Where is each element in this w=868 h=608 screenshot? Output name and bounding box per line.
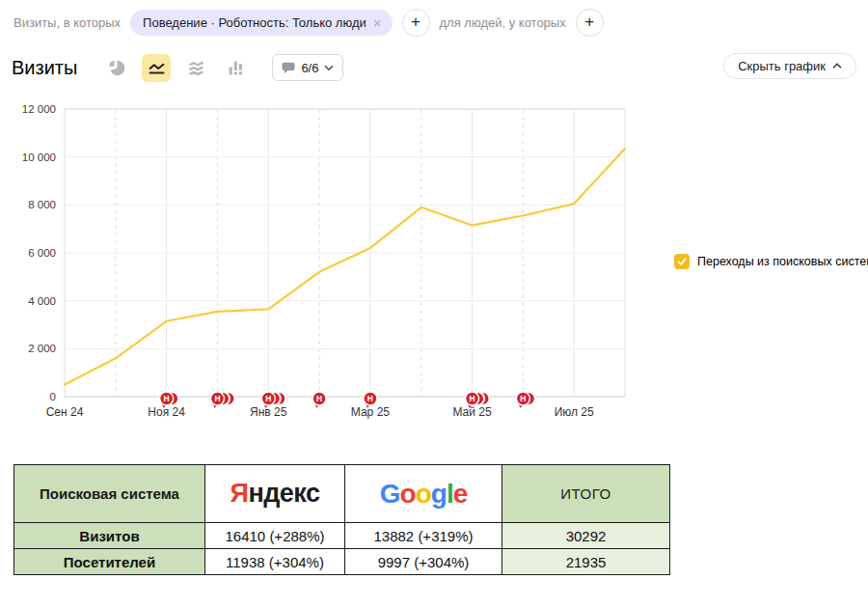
visitors-yandex: 11938 (+304%) [205, 549, 345, 575]
y-tick-label: 0 [50, 391, 56, 402]
note-letter: Н [520, 394, 526, 403]
legend-label: Переходы из поисковых систем [697, 255, 868, 268]
visitors-total: 21935 [502, 549, 670, 575]
page-title: Визиты [12, 57, 77, 79]
note-letter: Н [367, 394, 373, 403]
note-letter: Н [469, 394, 475, 403]
x-tick-label: Мар 25 [351, 405, 390, 419]
pie-chart-icon [109, 60, 125, 76]
notes-count: 6/6 [301, 61, 318, 75]
visitors-google: 9997 (+304%) [345, 549, 502, 575]
column-chart-icon [228, 60, 244, 76]
header-yandex: Яндекс [205, 465, 345, 523]
x-tick-label: Сен 24 [46, 405, 84, 419]
series-line-search-traffic[interactable] [65, 149, 625, 385]
y-tick-label: 6 000 [28, 247, 56, 259]
visits-yandex: 16410 (+288%) [205, 523, 345, 549]
row-label-visits: Визитов [14, 523, 205, 549]
hide-chart-button[interactable]: Скрыть график [723, 53, 856, 79]
chevron-down-icon [324, 65, 334, 71]
chart-type-line-button[interactable] [142, 54, 171, 82]
chart-toolbar: Визиты 6/6 [12, 52, 343, 83]
visits-total: 30292 [502, 523, 670, 549]
notes-dropdown-button[interactable]: 6/6 [272, 54, 343, 81]
note-marker[interactable]: Н [210, 392, 234, 408]
add-visit-filter-button[interactable]: + [402, 9, 430, 37]
note-letter: Н [265, 394, 271, 403]
x-tick-label: Ноя 24 [148, 405, 185, 419]
note-marker[interactable]: Н [466, 392, 490, 408]
visits-chart[interactable]: 02 0004 0006 0008 00010 00012 000Сен 24Н… [0, 101, 656, 434]
search-engines-table: Поисковая система Яндекс Google ИТОГО Ви… [14, 464, 670, 575]
note-marker[interactable]: Н [261, 392, 285, 408]
chart-type-columns-button[interactable] [221, 54, 250, 82]
note-marker[interactable]: Н [516, 392, 535, 408]
table-row-visits: Визитов 16410 (+288%) 13882 (+319%) 3029… [14, 523, 670, 549]
chart-type-pie-button[interactable] [102, 54, 131, 82]
visits-google: 13882 (+319%) [345, 523, 502, 549]
header-search-engine: Поисковая система [14, 465, 205, 523]
y-tick-label: 8 000 [28, 199, 56, 210]
y-tick-label: 12 000 [22, 103, 56, 115]
y-tick-label: 4 000 [28, 295, 56, 307]
filter-chip-label: Поведение · Роботность: Только люди [143, 15, 366, 30]
row-label-visitors: Посетителей [14, 549, 205, 575]
x-tick-label: Май 25 [452, 405, 492, 419]
filter-chip-robotness[interactable]: Поведение · Роботность: Только люди × [130, 10, 392, 36]
chevron-up-icon [832, 63, 842, 69]
google-logo: Google [380, 479, 467, 509]
note-letter: Н [316, 394, 322, 403]
header-total: ИТОГО [502, 465, 670, 523]
table-header-row: Поисковая система Яндекс Google ИТОГО [14, 465, 670, 523]
line-chart-icon [149, 60, 165, 76]
filter-prefix-label: Визиты, в которых [14, 15, 121, 30]
stacked-chart-icon [188, 60, 204, 76]
filter-bar: Визиты, в которых Поведение · Роботность… [14, 8, 604, 37]
y-tick-label: 10 000 [22, 152, 56, 163]
legend-item-search-traffic[interactable]: Переходы из поисковых систем [674, 254, 868, 269]
comment-bubble-icon [282, 62, 295, 74]
note-letter: Н [164, 394, 170, 403]
legend-checkbox[interactable] [674, 254, 690, 269]
filter-suffix-label: для людей, у которых [440, 15, 566, 30]
add-people-filter-button[interactable]: + [576, 9, 604, 37]
hide-chart-label: Скрыть график [738, 59, 826, 73]
checkmark-icon [676, 256, 688, 267]
x-tick-label: Янв 25 [250, 405, 287, 419]
note-letter: Н [214, 394, 220, 403]
x-tick-label: Июл 25 [555, 405, 594, 419]
chip-close-icon[interactable]: × [373, 15, 382, 30]
note-marker[interactable]: Н [312, 392, 326, 408]
yandex-logo: Яндекс [230, 479, 319, 508]
visits-chart-svg[interactable]: 02 0004 0006 0008 00010 00012 000Сен 24Н… [0, 101, 656, 434]
header-google: Google [345, 465, 502, 523]
y-tick-label: 2 000 [28, 343, 56, 354]
chart-type-stacked-button[interactable] [181, 54, 210, 82]
table-row-visitors: Посетителей 11938 (+304%) 9997 (+304%) 2… [14, 549, 670, 575]
